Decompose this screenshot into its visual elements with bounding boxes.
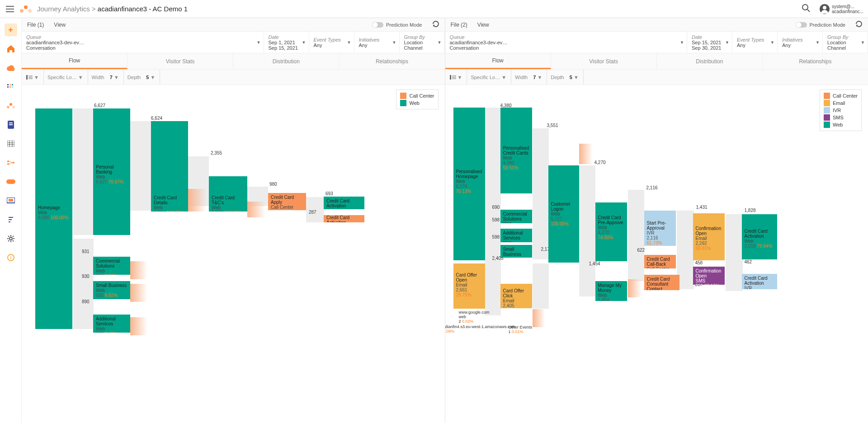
- breadcrumb-current: acadianfinance3 - AC Demo 1: [98, 5, 188, 13]
- sankey-node[interactable]: Confirmation OpenSMS991 30.19%: [693, 267, 725, 285]
- queue-filter[interactable]: Queue acadianfinance3-dev-ev… Conversati…: [445, 32, 688, 53]
- prediction-toggle[interactable]: [373, 22, 383, 28]
- svg-rect-29: [450, 75, 451, 80]
- tab-distribution[interactable]: Distribution: [657, 53, 763, 69]
- tab-visitor-stats[interactable]: Visitor Stats: [551, 53, 657, 69]
- sankey-node[interactable]: Commercial SolutionsWeb931 9.93%: [93, 257, 130, 275]
- specific-location-dropdown[interactable]: Specific Lo… ▼: [47, 70, 88, 85]
- sankey-node[interactable]: Credit Card Call-BackCall Center622 18.1…: [644, 255, 676, 268]
- sankey-node[interactable]: Credit Card DetailsWeb6,624 100.00%: [151, 121, 188, 212]
- sankey-node[interactable]: Confirmation OpenEmail2,292 69.81%: [693, 213, 725, 260]
- rail-gear-icon[interactable]: [5, 232, 17, 245]
- rail-grid-icon[interactable]: [5, 80, 17, 93]
- svg-rect-6: [7, 84, 9, 85]
- layout-icon[interactable]: ▼: [26, 70, 44, 85]
- svg-rect-10: [9, 86, 11, 88]
- rail-journey-icon[interactable]: [5, 99, 17, 112]
- rail-report-icon[interactable]: [5, 118, 17, 131]
- sankey-node[interactable]: Credit Card ActivationCall Center287 29.…: [324, 215, 364, 222]
- sankey-node[interactable]: Credit Card T&C'sWeb2,355 100.00%: [209, 176, 247, 212]
- sankey-exit: [533, 309, 545, 327]
- initiatives-filter[interactable]: Initiatives Any ▼: [354, 32, 400, 53]
- search-icon[interactable]: [802, 4, 810, 14]
- sankey-node[interactable]: HomepageWeb9,380 100.00%: [35, 108, 72, 329]
- file-menu[interactable]: File (2): [451, 22, 467, 28]
- sankey-node[interactable]: Manage My MoneyWeb1,454 25.40%: [595, 281, 627, 301]
- rail-pill-icon[interactable]: [5, 175, 17, 188]
- depth-dropdown[interactable]: Depth 5 ▼: [551, 70, 584, 85]
- sankey-node[interactable]: Start Pre-ApprovalIVR2,116 61.73%: [644, 211, 676, 246]
- depth-dropdown[interactable]: Depth 5 ▼: [127, 70, 160, 85]
- panel-filters: Queue acadianfinance3-dev-ev… Conversati…: [22, 32, 445, 53]
- view-menu[interactable]: View: [54, 22, 66, 28]
- tab-relationships[interactable]: Relationships: [339, 53, 444, 69]
- tab-distribution[interactable]: Distribution: [233, 53, 339, 69]
- rail-screen-icon[interactable]: [5, 194, 17, 207]
- event-types-filter[interactable]: Event Types Any ▼: [732, 32, 778, 53]
- sankey-node[interactable]: Personalised Credit CardsWeb4,380 50.51%: [500, 108, 532, 193]
- sankey-node[interactable]: Credit Card ApplyCall Center980 100.00%: [268, 193, 306, 210]
- svg-point-25: [9, 237, 12, 240]
- breadcrumb-root[interactable]: Journey Analytics: [37, 5, 90, 13]
- refresh-icon[interactable]: [432, 20, 439, 29]
- rail-add-button[interactable]: +: [5, 24, 17, 36]
- chevron-down-icon: ▼: [770, 40, 774, 45]
- refresh-icon[interactable]: [855, 20, 863, 29]
- view-menu[interactable]: View: [477, 22, 489, 28]
- tab-flow[interactable]: Flow: [445, 53, 551, 69]
- sankey-node[interactable]: Personalised HomepageWeb6,274 70.13%: [453, 108, 485, 260]
- sankey-chart[interactable]: Call Center Email IVR SMS Web 4,380 3,55…: [445, 85, 868, 423]
- rail-info-icon[interactable]: i: [5, 251, 17, 264]
- sankey-chart[interactable]: Call Center Web 6,627 6,624 2,355 980 69…: [22, 85, 445, 423]
- rail-home-icon[interactable]: [5, 42, 17, 55]
- chevron-down-icon: ▼: [347, 40, 351, 45]
- rail-sort-icon[interactable]: [5, 213, 17, 226]
- sankey-node[interactable]: Card Offer ClickEmail2,405 27.73%: [500, 284, 532, 308]
- prediction-toggle[interactable]: [796, 22, 807, 28]
- event-types-filter[interactable]: Event Types Any ▼: [309, 32, 354, 53]
- sankey-node[interactable]: Credit Card ActivationWeb693 70.71%: [324, 197, 364, 209]
- sankey-node[interactable]: Additional ServicesWeb598 6.90%: [500, 229, 532, 242]
- svg-point-21: [13, 162, 14, 164]
- left-rail: + i: [0, 18, 22, 423]
- sankey-node[interactable]: Credit Card ActivationWeb2,618 79.84%: [742, 214, 777, 259]
- sankey-node[interactable]: Customer LogonWeb5,727 100.00%: [548, 165, 579, 263]
- groupby-filter[interactable]: Group By Location Channel ▼: [400, 32, 445, 53]
- rail-flow-icon[interactable]: [5, 156, 17, 169]
- tab-visitor-stats[interactable]: Visitor Stats: [127, 53, 233, 69]
- groupby-filter[interactable]: Group By Location Channel ▼: [823, 32, 868, 53]
- panel-subbar: ▼ Specific Lo… ▼ Width 7 ▼ Depth 5 ▼: [22, 70, 445, 85]
- sankey-link: [130, 121, 151, 211]
- sankey-node[interactable]: Credit Card ActivationIVR661 20.16%: [742, 274, 777, 289]
- sankey-exit: [188, 189, 206, 212]
- date-filter[interactable]: Date Sep 15, 2021 Sep 30, 2021 ▼: [687, 32, 732, 53]
- tab-flow[interactable]: Flow: [22, 53, 127, 69]
- queue-filter[interactable]: Queue acadianfinance3-dev-ev… Conversati…: [22, 32, 264, 53]
- sankey-node[interactable]: Additional ServicesWeb890 9.49%: [93, 315, 130, 333]
- layout-icon[interactable]: ▼: [450, 70, 467, 85]
- tab-relationships[interactable]: Relationships: [763, 53, 868, 69]
- rail-table-icon[interactable]: [5, 137, 17, 150]
- initiatives-filter[interactable]: Initiatives Any ▼: [778, 32, 823, 53]
- top-bar: Journey Analytics > acadianfinance3 - AC…: [0, 0, 868, 18]
- sankey-viz: 6,627 6,624 2,355 980 693: [22, 85, 445, 423]
- user-menu[interactable]: system@... acadianfinanc...: [819, 4, 863, 14]
- sankey-node[interactable]: Small BusinessWeb930 9.92%: [93, 281, 130, 299]
- sankey-node[interactable]: Credit Card Consultant ContactCall Cente…: [644, 275, 679, 290]
- date-filter[interactable]: Date Sep 1, 2021 Sep 15, 2021 ▼: [264, 32, 309, 53]
- svg-point-1: [24, 5, 28, 9]
- svg-point-13: [9, 103, 12, 106]
- width-dropdown[interactable]: Width 7 ▼: [92, 70, 124, 85]
- sankey-node[interactable]: Personal BankingWeb6,627 70.67%: [93, 108, 130, 235]
- specific-location-dropdown[interactable]: Specific Lo… ▼: [471, 70, 511, 85]
- width-dropdown[interactable]: Width 7 ▼: [515, 70, 547, 85]
- sankey-node[interactable]: Commercial SolutionsWeb690 7.96%: [500, 210, 532, 223]
- sankey-node[interactable]: Card Offer OpenEmail2,661 29.75%: [453, 263, 485, 309]
- svg-rect-22: [6, 179, 15, 184]
- sankey-node[interactable]: Credit Card Pre-ApproveWeb4,270 74.60%: [595, 202, 627, 261]
- hamburger-icon[interactable]: [5, 4, 15, 14]
- file-menu[interactable]: File (1): [27, 22, 44, 28]
- svg-rect-16: [9, 122, 13, 123]
- rail-cloud-icon[interactable]: [5, 61, 17, 74]
- sankey-node[interactable]: Small BusinessWeb598 6.90%: [500, 245, 532, 258]
